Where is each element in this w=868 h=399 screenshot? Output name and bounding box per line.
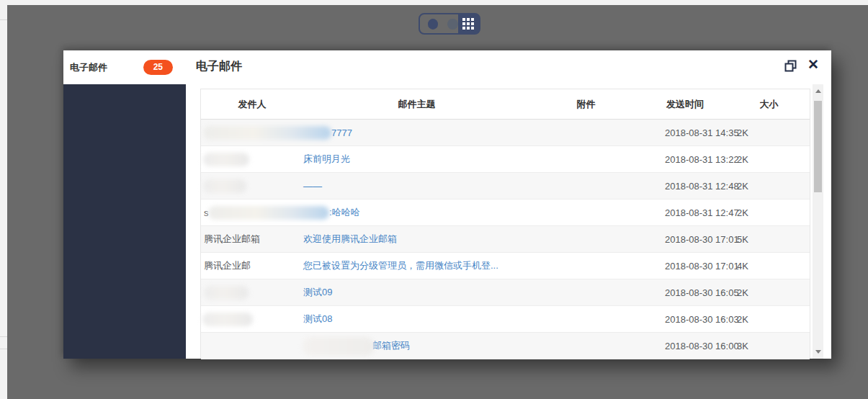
- cell-size: 2K: [728, 154, 810, 165]
- arrow-down-icon: [815, 350, 821, 354]
- sidebar-item-email[interactable]: 电子邮件 25: [63, 50, 186, 84]
- modal-title: 电子邮件: [196, 59, 242, 74]
- grid-icon: [462, 18, 474, 30]
- redaction-blur: [202, 313, 253, 326]
- cell-sent-time: 2018-08-30 16:05: [642, 287, 728, 298]
- close-button[interactable]: ✕: [806, 58, 820, 72]
- table-row[interactable]: ——2018-08-31 12:482K: [201, 173, 810, 200]
- col-sender: 发件人: [201, 98, 303, 111]
- view-toggle: [419, 13, 480, 35]
- cell-subject: 7777: [303, 127, 530, 138]
- cell-sent-time: 2018-08-31 12:48: [642, 181, 728, 192]
- close-icon: ✕: [807, 57, 819, 72]
- cell-sent-time: 2018-08-31 12:47: [642, 207, 728, 218]
- redaction-blur: [203, 126, 331, 140]
- cell-sent-time: 2018-08-30 16:03: [642, 314, 728, 325]
- left-edge-divider: [0, 336, 7, 337]
- page-indicator-dot-1[interactable]: [428, 19, 438, 30]
- email-modal: 电子邮件 25 电子邮件 ✕ 发件人 邮件主题 附件 发送时间 大小 77772…: [63, 50, 831, 359]
- email-rows: 77772018-08-31 14:352K床前明月光2018-08-31 13…: [201, 120, 810, 359]
- cell-sent-time: 2018-08-30 17:01: [642, 234, 728, 245]
- subject-link[interactable]: 测试09: [303, 287, 332, 297]
- redaction-blur: [204, 286, 249, 300]
- maximize-button[interactable]: [784, 60, 797, 73]
- subject-link[interactable]: ——: [303, 181, 322, 192]
- page-background: 电子邮件 25 电子邮件 ✕ 发件人 邮件主题 附件 发送时间 大小 77772…: [0, 0, 868, 399]
- redaction-blur: [203, 179, 246, 193]
- table-row[interactable]: 测试092018-08-30 16:052K: [201, 279, 810, 306]
- cell-sender: 腾讯企业邮箱: [201, 233, 303, 246]
- col-sent-time: 发送时间: [642, 98, 728, 111]
- col-attachment: 附件: [530, 98, 642, 111]
- cell-size: 2K: [728, 314, 810, 325]
- redaction-blur: [208, 206, 329, 220]
- scrollbar-up-button[interactable]: [813, 86, 823, 97]
- left-edge-divider: [0, 19, 7, 20]
- cell-size: 2K: [728, 181, 810, 192]
- cell-sent-time: 2018-08-30 16:00: [642, 341, 728, 351]
- cell-subject: 欢迎使用腾讯企业邮箱: [303, 233, 530, 246]
- cell-subject: 测试09: [303, 286, 530, 299]
- cell-sender: 腾讯企业邮: [201, 259, 303, 272]
- email-table: 发件人 邮件主题 附件 发送时间 大小 77772018-08-31 14:35…: [200, 89, 810, 359]
- scrollbar-thumb[interactable]: [814, 101, 822, 192]
- subject-link[interactable]: 床前明月光: [303, 153, 350, 164]
- cell-size: 4K: [728, 261, 810, 272]
- cell-size: 2K: [728, 207, 810, 218]
- subject-link[interactable]: 您已被设置为分级管理员，需用微信或手机登...: [303, 260, 498, 271]
- col-subject: 邮件主题: [303, 98, 530, 111]
- cell-sent-time: 2018-08-31 14:35: [642, 127, 728, 138]
- redaction-blur: [303, 337, 375, 356]
- table-row[interactable]: 测试082018-08-30 16:032K: [201, 306, 810, 333]
- sidebar: 电子邮件 25: [63, 50, 186, 359]
- cell-subject: 您已被设置为分级管理员，需用微信或手机登...: [303, 259, 530, 272]
- page-indicator-dot-2[interactable]: [447, 19, 457, 30]
- col-size: 大小: [728, 98, 810, 111]
- subject-link[interactable]: 测试08: [303, 313, 332, 324]
- cell-sent-time: 2018-08-30 17:01: [642, 261, 728, 272]
- table-row[interactable]: 腾讯企业邮箱欢迎使用腾讯企业邮箱2018-08-30 17:015K: [201, 226, 810, 253]
- scrollbar-down-button[interactable]: [813, 346, 823, 357]
- cell-size: 5K: [728, 234, 810, 245]
- table-row[interactable]: s:哈哈哈2018-08-31 12:472K: [201, 200, 810, 226]
- arrow-up-icon: [815, 89, 821, 93]
- cell-size: 2K: [728, 287, 810, 298]
- subject-link[interactable]: 邮箱密码: [372, 340, 410, 351]
- cell-size: 2K: [728, 127, 810, 138]
- scrollbar[interactable]: [813, 84, 823, 359]
- subject-link[interactable]: 欢迎使用腾讯企业邮箱: [303, 233, 397, 244]
- left-edge-divider: [0, 349, 7, 349]
- email-count-badge: 25: [143, 60, 173, 75]
- table-row[interactable]: 床前明月光2018-08-31 13:222K: [201, 146, 810, 173]
- subject-link[interactable]: :哈哈哈: [329, 207, 360, 218]
- subject-link[interactable]: 7777: [331, 127, 352, 138]
- table-row[interactable]: 腾讯企业邮您已被设置为分级管理员，需用微信或手机登...2018-08-30 1…: [201, 253, 810, 279]
- sidebar-item-label: 电子邮件: [70, 61, 107, 74]
- table-row[interactable]: 77772018-08-31 14:352K: [201, 120, 810, 146]
- redaction-blur: [203, 153, 249, 166]
- cell-sent-time: 2018-08-31 13:22: [642, 154, 728, 165]
- cell-subject: ——: [303, 181, 530, 192]
- table-row[interactable]: 邮箱密码2018-08-30 16:003K: [201, 333, 810, 359]
- grid-view-button[interactable]: [458, 14, 479, 33]
- cell-subject: 床前明月光: [303, 153, 530, 166]
- table-header: 发件人 邮件主题 附件 发送时间 大小: [201, 89, 810, 120]
- cell-size: 3K: [728, 341, 810, 351]
- cell-subject: 测试08: [303, 313, 530, 326]
- maximize-icon: [784, 60, 797, 73]
- cell-subject: :哈哈哈: [303, 206, 530, 219]
